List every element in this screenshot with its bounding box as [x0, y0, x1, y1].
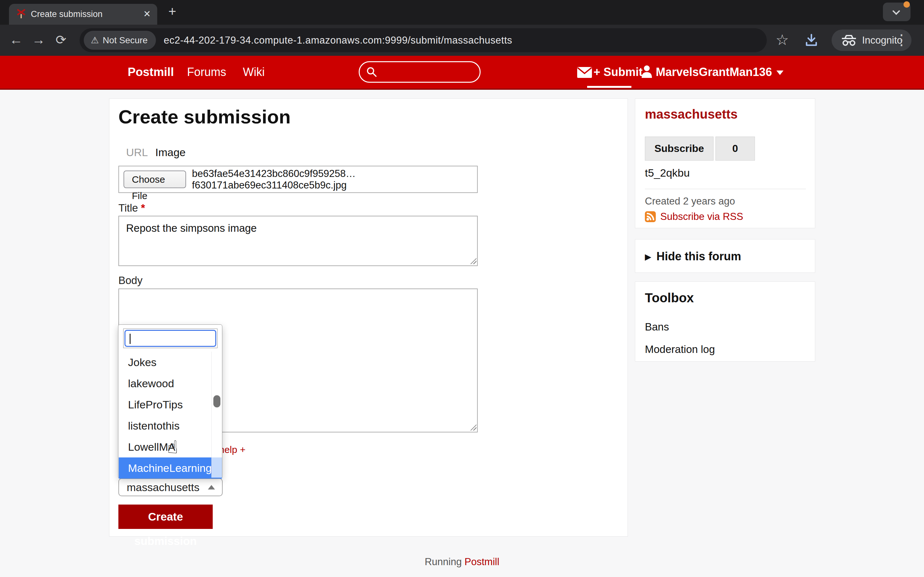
image-file-input[interactable]: Choose File be63fae54e31423bc860c9f95925… [118, 166, 478, 193]
dropdown-option[interactable]: LifeProTips [119, 394, 222, 415]
divider [645, 189, 806, 189]
tab-image[interactable]: Image [155, 146, 186, 159]
footer: Running Postmill [0, 556, 924, 568]
plus-icon: + [594, 65, 600, 79]
brand-link[interactable]: Postmill [128, 56, 174, 89]
dropdown-option[interactable]: listentothis [119, 415, 222, 436]
menu-dots-icon[interactable]: ⋮ [892, 25, 911, 56]
footer-postmill-link[interactable]: Postmill [465, 556, 499, 567]
forum-info-card: massachusetts Subscribe 0 t5_2qkbu Creat… [635, 98, 815, 228]
reload-icon[interactable]: ⟳ [51, 25, 71, 56]
browser-tab-strip: Create submission ✕ + [0, 0, 924, 25]
rss-icon [645, 211, 656, 222]
title-textarea[interactable]: Repost the simpsons image [118, 216, 478, 266]
site-search-input[interactable] [359, 61, 481, 83]
search-icon [366, 66, 378, 78]
browser-toolbar: ← → ⟳ ⚠ Not Secure ec2-44-202-179-34.com… [0, 25, 924, 56]
dropdown-option-highlighted[interactable]: MachineLearning [119, 458, 222, 479]
warning-icon: ⚠ [91, 35, 99, 45]
url-text: ec2-44-202-179-34.compute-1.amazonaws.co… [164, 35, 512, 46]
forum-select[interactable]: massachusetts [118, 478, 223, 496]
nav-forums-link[interactable]: Forums [187, 56, 226, 89]
dropdown-option[interactable]: Jokes [119, 351, 222, 373]
required-asterisk: * [141, 202, 145, 214]
security-chip[interactable]: ⚠ Not Secure [84, 31, 156, 50]
nav-wiki-link[interactable]: Wiki [243, 56, 265, 89]
dropdown-option[interactable]: lakewood [119, 373, 222, 394]
security-label: Not Secure [103, 35, 148, 45]
forum-id: t5_2qkbu [645, 167, 690, 179]
mouse-cursor-hand-icon: ☝ [167, 437, 178, 458]
dropdown-search-field[interactable] [123, 329, 218, 348]
title-label: Title * [118, 202, 145, 214]
subscribe-button[interactable]: Subscribe [645, 137, 714, 161]
notification-dot [903, 1, 910, 8]
submit-nav-item[interactable]: + Submit [594, 56, 643, 89]
hide-forum-label: Hide this forum [656, 250, 741, 263]
hide-forum-card: ▶Hide this forum [635, 239, 815, 273]
rss-label: Subscribe via RSS [660, 211, 743, 222]
messages-envelope-icon[interactable] [577, 67, 592, 78]
resize-handle-icon[interactable] [469, 424, 477, 430]
forward-icon[interactable]: → [29, 25, 48, 56]
forum-name[interactable]: massachusetts [645, 107, 738, 121]
submit-label: Submit [604, 65, 643, 79]
user-menu[interactable]: MarvelsGrantMan136 [641, 56, 783, 89]
bookmark-star-icon[interactable]: ☆ [772, 25, 792, 56]
screen: Create submission ✕ + ← → ⟳ ⚠ Not Secure… [0, 0, 924, 577]
submission-type-tabs: URL Image [126, 146, 148, 159]
site-navbar: Postmill Forums Wiki + Submit MarvelsGra… [0, 56, 924, 90]
toolbox-modlog-link[interactable]: Moderation log [645, 343, 715, 356]
toolbox-bans-link[interactable]: Bans [645, 321, 669, 333]
caret-down-icon [776, 71, 783, 75]
tab-url[interactable]: URL [126, 146, 148, 158]
forum-select-value: massachusetts [127, 479, 200, 496]
tab-title: Create submission [31, 4, 103, 25]
postmill-favicon-icon [16, 9, 26, 19]
browser-tab[interactable]: Create submission ✕ [9, 4, 157, 25]
rss-link[interactable]: Subscribe via RSS [645, 211, 743, 222]
dropdown-scrollbar-track[interactable] [212, 351, 222, 478]
selected-filename: be63fae54e31423bc860c9f959258…f630171abe… [192, 168, 477, 191]
back-icon[interactable]: ← [6, 25, 26, 56]
text-caret [129, 334, 131, 344]
resize-handle-icon[interactable] [469, 257, 477, 264]
incognito-icon [841, 34, 857, 47]
tab-close-icon[interactable]: ✕ [144, 4, 151, 25]
disclosure-triangle-icon: ▶ [645, 252, 651, 261]
hide-forum-toggle[interactable]: ▶Hide this forum [645, 239, 741, 273]
footer-running: Running [425, 556, 462, 567]
user-icon [641, 65, 653, 78]
dropdown-option-list: Jokes lakewood LifeProTips listentothis … [119, 351, 222, 478]
subscriber-count: 0 [716, 137, 755, 161]
chevron-down-icon [892, 7, 900, 15]
active-nav-underline [587, 86, 632, 88]
forum-created: Created 2 years ago [645, 195, 735, 207]
address-bar[interactable]: ⚠ Not Secure ec2-44-202-179-34.compute-1… [79, 28, 767, 52]
toolbox-card: Toolbox Bans Moderation log [635, 282, 815, 362]
page-title: Create submission [118, 106, 291, 128]
dropdown-scrollbar-thumb[interactable] [213, 395, 220, 408]
new-tab-button[interactable]: + [163, 3, 182, 22]
select-arrow-up-icon [208, 485, 215, 490]
toolbox-title: Toolbox [645, 291, 694, 305]
body-label: Body [118, 274, 142, 287]
create-submission-button[interactable]: Create submission [118, 504, 213, 529]
choose-file-button[interactable]: Choose File [124, 171, 186, 188]
dropdown-search-focus-ring [124, 330, 216, 347]
username: MarvelsGrantMan136 [656, 65, 772, 79]
download-icon[interactable] [804, 33, 819, 48]
